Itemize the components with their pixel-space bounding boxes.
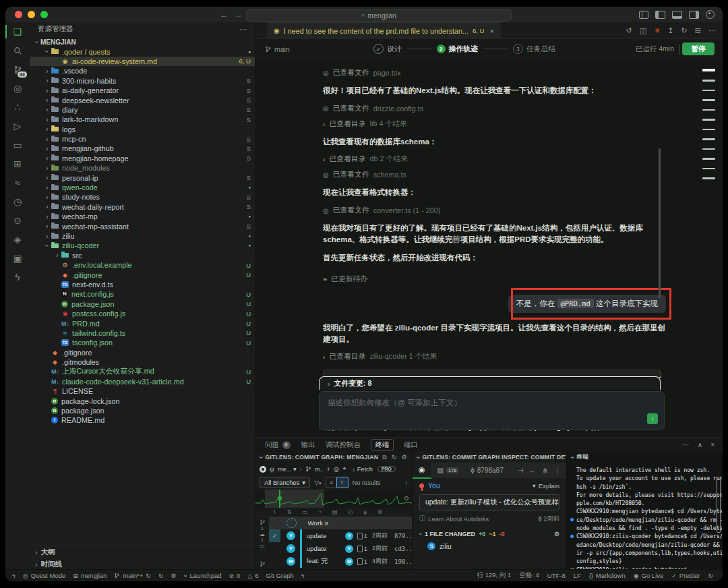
compare-icon[interactable]: ⋔ — [543, 467, 548, 474]
tree-item-ai-code-review-system.md[interactable]: ◉ai-code-review-system.md6, U — [30, 57, 255, 66]
tree-item-lark-to-markdown[interactable]: ›lark-to-markdownS — [30, 115, 255, 124]
extension-alert-icon[interactable]: ✳ — [654, 26, 660, 35]
tree-item-logs[interactable]: ›logs — [30, 125, 255, 134]
connections-icon[interactable]: ∴ — [5, 98, 30, 117]
tree-item-qwen-code[interactable]: ›qwen-code● — [30, 183, 255, 192]
more-icon[interactable]: ⋯ — [683, 441, 690, 448]
toggle-secondary-sidebar-icon[interactable] — [689, 11, 699, 19]
minimap-step-marker[interactable] — [702, 80, 715, 82]
repo-selector[interactable]: me... ▾ — [278, 465, 297, 473]
sidebar-section-timeline[interactable]: ›时间线 — [30, 558, 255, 570]
create-branch-icon[interactable]: + — [327, 466, 330, 473]
tree-item-mengjian-github[interactable]: ›mengjian-githubS — [30, 144, 255, 153]
minimap-step-marker[interactable] — [702, 69, 715, 71]
notebook-icon[interactable]: ◫ — [640, 26, 646, 35]
minimize-window-button[interactable] — [28, 11, 35, 18]
commit-message[interactable]: update: 更新ziliu子模块 - 优化公众号预览样式 — [419, 494, 559, 510]
power-icon[interactable]: ϟ — [5, 268, 30, 287]
history-icon[interactable]: ↺ — [626, 26, 632, 35]
minimap-step-marker[interactable] — [702, 158, 715, 160]
commit-author[interactable]: You — [428, 481, 440, 490]
status-eol[interactable]: LF — [574, 572, 581, 579]
customize-layout-icon[interactable] — [639, 11, 648, 19]
tool-call-row[interactable]: ›已查看目录ziliu-qcoder 1 个结果 — [323, 352, 666, 361]
tree-item-.gitmodules[interactable]: ◆.gitmodules — [30, 357, 255, 367]
panel-tab-问题[interactable]: 问题6 — [265, 440, 291, 450]
tool-call-row[interactable]: ◎已查看文件page.tsx — [323, 68, 666, 78]
tree-item-wechat-mp[interactable]: ›wechat-mp● — [30, 212, 255, 221]
settings-icon[interactable]: ⚙ — [402, 454, 407, 461]
step-3[interactable]: 3任务总结 — [513, 44, 555, 54]
tree-item-src[interactable]: ›src — [30, 251, 255, 260]
run-quest-icon[interactable]: ◎ — [5, 79, 30, 98]
tree-item-deepseek-newsletter[interactable]: ›deepseek-newsletterS — [30, 95, 255, 105]
tool-call-row[interactable]: ›已查看目录db 2 个结果 — [323, 154, 666, 164]
tree-item-diary[interactable]: ›diaryS — [30, 105, 255, 115]
commit-details-tab[interactable]: ◉ — [413, 462, 431, 479]
stash-tab[interactable]: ▤ 17s — [431, 463, 465, 478]
minimap-step-marker[interactable] — [702, 99, 715, 101]
pin-icon[interactable]: ⊣ — [518, 467, 524, 474]
tree-item-.gitignore[interactable]: ◆.gitignore — [30, 348, 255, 357]
fetch-button[interactable]: ↓ Fetch — [352, 466, 373, 473]
refresh-icon[interactable]: ↻ — [392, 454, 397, 461]
more-icon[interactable]: ⋮ — [554, 467, 561, 474]
minimap-step-marker[interactable] — [702, 119, 715, 121]
todo-updated-row[interactable]: ≡已更新待办 — [323, 274, 666, 284]
tree-item-package.json[interactable]: npackage.json — [30, 406, 255, 415]
wip-row[interactable]: Work ir — [269, 517, 412, 529]
minimap-step-marker[interactable] — [702, 177, 715, 179]
tree-item-package-lock.json[interactable]: npackage-lock.json — [30, 396, 255, 405]
step-2[interactable]: 2操作轨迹 — [437, 45, 478, 54]
status-git-branch[interactable]: main*+↻ — [114, 572, 150, 579]
tree-item-mengjian-homepage[interactable]: ›mengjian-homepageS — [30, 154, 255, 163]
target-icon[interactable]: ◎ — [334, 465, 339, 473]
more-icon[interactable]: ⋯ — [708, 26, 716, 35]
status-encoding[interactable]: UTF-8 — [547, 572, 566, 579]
zoom-window-button[interactable] — [40, 11, 48, 18]
quest-tab[interactable]: ◉ I need to see the content of the prd.m… — [267, 22, 501, 39]
changed-file-row[interactable]: ⇅ ziliu — [413, 539, 566, 550]
tree-item-personal-ip[interactable]: ›personal-ipS — [30, 173, 255, 182]
wave-extension-icon[interactable]: ≈ — [5, 173, 30, 192]
tree-item-.qoderquests[interactable]: ›.qoder / quests● — [30, 47, 255, 56]
open-changes-icon[interactable]: ⚙ — [554, 531, 559, 537]
history-icon[interactable]: ◷ — [5, 192, 30, 211]
command-decoration[interactable] — [570, 535, 574, 538]
status-warnings[interactable]: △6 — [247, 572, 258, 579]
open-in-editor-icon[interactable]: ⧉ — [382, 454, 387, 461]
graph-toggle-group[interactable]: ≡⌗ — [326, 477, 348, 488]
status-prettier[interactable]: ✓Prettier — [671, 572, 700, 579]
git-branch-indicator[interactable]: main — [265, 45, 290, 53]
sync-icon[interactable]: ↻ — [681, 26, 688, 35]
minimap-step-marker[interactable] — [702, 109, 715, 111]
tree-item-tailwind.config.ts[interactable]: ≈tailwind.config.tsU — [30, 328, 255, 338]
branch-selector[interactable]: m.. — [315, 466, 324, 473]
tree-item-mcp-cn[interactable]: ›mcp-cnS — [30, 134, 255, 144]
rail-laptop-icon[interactable]: ▭ — [260, 543, 265, 549]
tree-item-next-env.d.ts[interactable]: TSnext-env.d.ts — [30, 280, 255, 289]
tree-item-study-notes[interactable]: ›study-notesS — [30, 192, 255, 202]
back-icon[interactable]: ← — [530, 467, 537, 474]
close-panel-icon[interactable]: × — [710, 441, 715, 448]
status-go-live[interactable]: ◉Go Live — [634, 572, 664, 579]
graph-activity-minimap[interactable] — [255, 490, 412, 508]
tree-item-node_modules[interactable]: ›node_modules — [30, 163, 255, 173]
push-icon[interactable]: ⌖ — [342, 465, 346, 473]
status-language-mode[interactable]: {}Markdown — [589, 572, 626, 579]
explain-button[interactable]: ✦ Explain — [531, 482, 559, 490]
chat-input[interactable]: 描述你想如何修改（@ 可添加上下文） ↑ — [319, 391, 665, 430]
command-search-input[interactable]: ⌕ mengjian — [246, 9, 512, 22]
tree-item-mengjian[interactable]: ›MENGJIAN — [30, 37, 255, 47]
tree-item-prd.md[interactable]: M↓PRD.mdU — [30, 318, 255, 328]
share-icon[interactable]: ↥ — [667, 26, 673, 35]
run-debug-icon[interactable]: ▷ — [5, 117, 30, 136]
commit-row[interactable]: YupdateY12周前cd3.. — [269, 542, 412, 555]
tree-item-package.json[interactable]: npackage.jsonU — [30, 299, 255, 309]
extensions-icon[interactable]: ⊞ — [5, 154, 30, 173]
send-button[interactable]: ↑ — [647, 413, 658, 424]
layout-icon[interactable]: ⊟ — [695, 26, 701, 35]
minimap-step-marker[interactable] — [702, 90, 715, 92]
tree-item-.vscode[interactable]: ›.vscode — [30, 66, 255, 76]
status-git-graph[interactable]: Git Graph — [266, 572, 294, 579]
